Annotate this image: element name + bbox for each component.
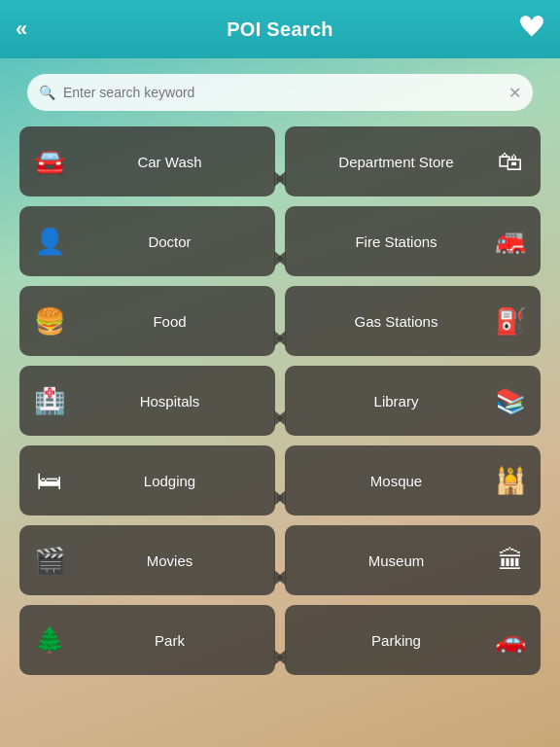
department-store-icon-right: 🛍: [494, 147, 527, 177]
library-label: Library: [298, 393, 494, 409]
park-label: Park: [78, 632, 262, 649]
poi-btn-food[interactable]: 🍔 Food: [19, 286, 275, 356]
back-button[interactable]: «: [16, 17, 27, 42]
poi-grid: 🚘 Car Wash Department Store 🛍 👤 Doctor F…: [0, 123, 560, 685]
movies-icon-left: 🎬: [33, 546, 66, 576]
department-store-label: Department Store: [298, 154, 494, 170]
poi-btn-doctor[interactable]: 👤 Doctor: [19, 206, 275, 276]
doctor-icon-left: 👤: [33, 227, 66, 257]
poi-btn-car-wash[interactable]: 🚘 Car Wash: [19, 126, 275, 196]
park-icon-left: 🌲: [33, 625, 66, 656]
clear-icon[interactable]: ✕: [508, 84, 521, 102]
search-bar: 🔍 ✕: [27, 74, 533, 111]
mosque-icon-right: 🕌: [494, 466, 527, 496]
food-label: Food: [78, 313, 262, 330]
poi-btn-museum[interactable]: Museum 🏛: [285, 525, 541, 595]
poi-btn-park[interactable]: 🌲 Park: [19, 605, 275, 675]
museum-label: Museum: [298, 552, 494, 569]
poi-btn-fire-stations[interactable]: Fire Stations 🚒: [285, 206, 541, 276]
food-icon-left: 🍔: [33, 306, 66, 337]
poi-btn-hospitals[interactable]: 🏥 Hospitals: [19, 366, 275, 436]
parking-label: Parking: [298, 632, 494, 649]
museum-icon-right: 🏛: [494, 546, 527, 576]
favorite-button[interactable]: [519, 14, 544, 45]
poi-btn-mosque[interactable]: Mosque 🕌: [285, 445, 541, 516]
poi-btn-lodging[interactable]: 🛏 Lodging: [19, 445, 275, 516]
lodging-label: Lodging: [78, 473, 262, 489]
fire-stations-icon-right: 🚒: [494, 227, 527, 257]
gas-stations-label: Gas Stations: [298, 313, 494, 330]
poi-btn-library[interactable]: Library 📚: [285, 366, 541, 436]
movies-label: Movies: [78, 552, 262, 569]
poi-btn-movies[interactable]: 🎬 Movies: [19, 525, 275, 595]
car-wash-icon-left: 🚘: [33, 147, 66, 177]
poi-btn-department-store[interactable]: Department Store 🛍: [285, 126, 541, 196]
doctor-label: Doctor: [78, 233, 262, 250]
hospitals-label: Hospitals: [78, 393, 262, 409]
fire-stations-label: Fire Stations: [298, 233, 494, 250]
search-icon: 🔍: [39, 85, 55, 100]
mosque-label: Mosque: [298, 473, 494, 489]
parking-icon-right: 🚗: [494, 625, 527, 656]
page-title: POI Search: [227, 18, 333, 41]
gas-stations-icon-right: ⛽: [494, 306, 527, 337]
header: « POI Search: [0, 0, 560, 58]
search-input[interactable]: [63, 85, 508, 100]
poi-btn-parking[interactable]: Parking 🚗: [285, 605, 541, 675]
poi-btn-gas-stations[interactable]: Gas Stations ⛽: [285, 286, 541, 356]
car-wash-label: Car Wash: [78, 154, 262, 170]
hospitals-icon-left: 🏥: [33, 386, 66, 416]
library-icon-right: 📚: [494, 386, 527, 416]
lodging-icon-left: 🛏: [33, 466, 66, 496]
